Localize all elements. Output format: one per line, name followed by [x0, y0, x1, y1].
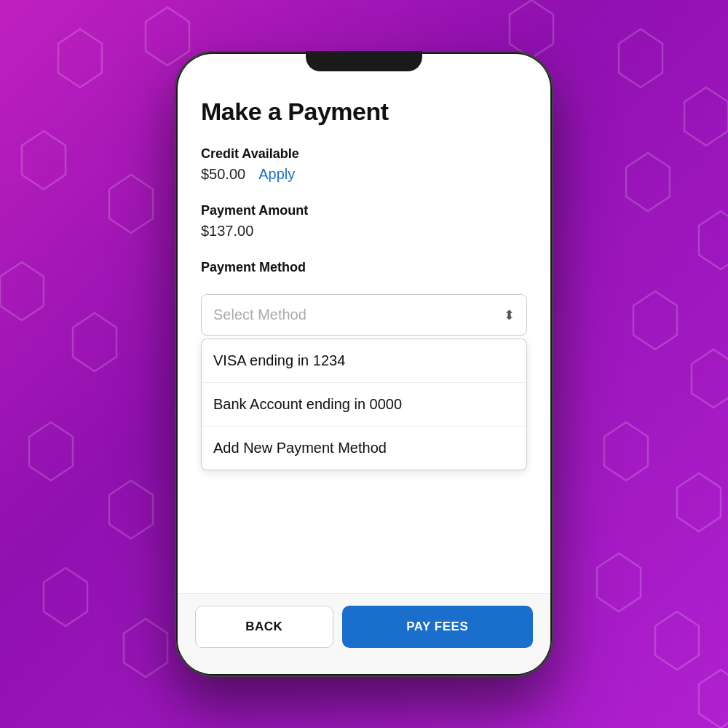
- payment-amount-label: Payment Amount: [201, 203, 527, 218]
- svg-marker-7: [626, 153, 670, 211]
- credit-row: $50.00 Apply: [201, 166, 527, 183]
- svg-marker-16: [677, 473, 721, 531]
- svg-marker-12: [692, 349, 728, 408]
- select-arrow-icon: ⬍: [504, 307, 515, 323]
- svg-marker-21: [699, 670, 728, 728]
- payment-amount-value: $137.00: [201, 223, 527, 240]
- svg-marker-13: [29, 422, 73, 480]
- credit-amount: $50.00: [201, 166, 245, 183]
- svg-marker-17: [44, 568, 87, 626]
- bottom-bar: BACK PAY FEES: [178, 593, 550, 674]
- back-button[interactable]: BACK: [195, 606, 333, 648]
- select-placeholder: Select Method: [213, 306, 306, 323]
- svg-marker-6: [109, 175, 153, 233]
- svg-marker-1: [146, 7, 189, 66]
- svg-marker-19: [597, 553, 641, 612]
- svg-marker-11: [633, 291, 677, 349]
- payment-method-dropdown: VISA ending in 1234 Bank Account ending …: [201, 339, 527, 470]
- phone-screen: Make a Payment Credit Available $50.00 A…: [178, 54, 550, 674]
- svg-marker-9: [0, 262, 44, 320]
- svg-marker-15: [604, 422, 648, 480]
- page-title: Make a Payment: [201, 98, 527, 126]
- payment-method-label: Payment Method: [201, 260, 527, 275]
- apply-link[interactable]: Apply: [258, 166, 295, 183]
- svg-marker-4: [684, 87, 728, 146]
- dropdown-item-visa[interactable]: VISA ending in 1234: [202, 339, 526, 383]
- screen-content: Make a Payment Credit Available $50.00 A…: [178, 54, 550, 593]
- dropdown-item-add-new[interactable]: Add New Payment Method: [202, 427, 526, 470]
- svg-marker-3: [619, 29, 662, 87]
- svg-marker-8: [699, 211, 728, 269]
- credit-label: Credit Available: [201, 146, 527, 162]
- phone-notch: [306, 51, 422, 71]
- pay-fees-button[interactable]: PAY FEES: [342, 606, 534, 648]
- dropdown-item-bank[interactable]: Bank Account ending in 0000: [202, 383, 526, 427]
- svg-marker-18: [124, 619, 167, 677]
- payment-method-section: Payment Method Select Method ⬍ VISA endi…: [201, 260, 527, 470]
- svg-marker-10: [73, 313, 116, 371]
- svg-marker-0: [58, 29, 102, 87]
- svg-marker-20: [655, 612, 699, 670]
- select-display[interactable]: Select Method ⬍: [202, 295, 526, 335]
- phone-shell: Make a Payment Credit Available $50.00 A…: [175, 51, 553, 677]
- payment-method-select[interactable]: Select Method ⬍: [201, 294, 527, 336]
- svg-marker-14: [109, 480, 153, 539]
- svg-marker-2: [510, 0, 553, 58]
- svg-marker-5: [22, 131, 66, 189]
